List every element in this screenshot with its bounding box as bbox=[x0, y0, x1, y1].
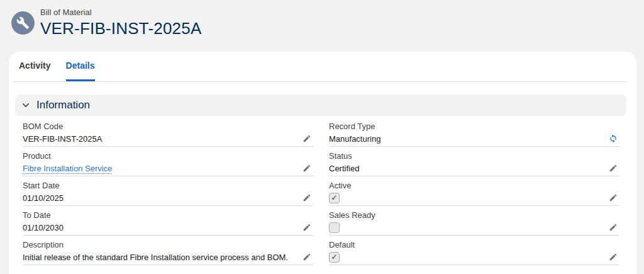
field-label: Status bbox=[329, 151, 619, 161]
fields-right-column: Record Type Manufacturing Status Certifi… bbox=[329, 117, 619, 265]
record-detail-card: Activity Details Information BOM Code VE… bbox=[9, 52, 636, 274]
field-label: Sales Ready bbox=[329, 210, 619, 220]
field-label: Default bbox=[329, 239, 619, 250]
field-value: 01/10/2025 bbox=[23, 193, 64, 203]
change-record-type-button[interactable] bbox=[607, 134, 619, 143]
fields-left-column: BOM Code VER-FIB-INST-2025A Product Fibr… bbox=[23, 117, 313, 265]
sales-ready-checkbox bbox=[329, 222, 340, 233]
pencil-icon bbox=[303, 253, 311, 261]
edit-to-date-button[interactable] bbox=[301, 223, 313, 232]
pencil-icon bbox=[609, 253, 618, 261]
field-grid: BOM Code VER-FIB-INST-2025A Product Fibr… bbox=[23, 117, 619, 265]
field-start-date: Start Date 01/10/2025 bbox=[23, 176, 313, 206]
pencil-icon bbox=[303, 134, 311, 143]
section-title: Information bbox=[36, 99, 90, 111]
page-title: VER-FIB-INST-2025A bbox=[40, 19, 201, 38]
field-bom-code: BOM Code VER-FIB-INST-2025A bbox=[23, 117, 313, 147]
edit-start-date-button[interactable] bbox=[301, 193, 313, 202]
edit-status-button[interactable] bbox=[607, 164, 619, 173]
field-record-type: Record Type Manufacturing bbox=[329, 117, 619, 147]
field-to-date: To Date 01/10/2030 bbox=[23, 206, 313, 236]
pencil-icon bbox=[303, 164, 311, 173]
pencil-icon bbox=[609, 193, 618, 202]
change-record-type-icon bbox=[609, 134, 618, 143]
edit-description-button[interactable] bbox=[301, 253, 313, 261]
wrench-icon bbox=[16, 16, 30, 30]
pencil-icon bbox=[303, 193, 311, 202]
pencil-icon bbox=[609, 164, 618, 173]
edit-bom-code-button[interactable] bbox=[301, 134, 313, 143]
field-label: BOM Code bbox=[23, 121, 313, 132]
field-status: Status Certified bbox=[329, 147, 619, 176]
field-label: Product bbox=[23, 151, 313, 161]
tab-activity[interactable]: Activity bbox=[19, 52, 51, 81]
field-value: Manufacturing bbox=[329, 134, 380, 144]
field-default: Default bbox=[329, 236, 619, 265]
field-product: Product Fibre Installation Service bbox=[23, 147, 313, 176]
pencil-icon bbox=[303, 223, 311, 232]
edit-active-button[interactable] bbox=[607, 193, 619, 202]
active-checkbox bbox=[329, 193, 340, 203]
information-section-header[interactable]: Information bbox=[15, 94, 626, 116]
default-checkbox bbox=[329, 252, 340, 263]
field-label: Description bbox=[23, 239, 313, 250]
edit-sales-ready-button[interactable] bbox=[607, 223, 619, 232]
field-description: Description Initial release of the stand… bbox=[23, 236, 313, 265]
field-label: Record Type bbox=[329, 121, 619, 132]
tab-bar: Activity Details bbox=[13, 52, 627, 82]
object-label: Bill of Material bbox=[40, 5, 201, 18]
field-label: Active bbox=[329, 180, 619, 191]
field-active: Active bbox=[329, 176, 619, 206]
field-sales-ready: Sales Ready bbox=[329, 206, 619, 236]
tab-details[interactable]: Details bbox=[66, 52, 95, 81]
field-label: To Date bbox=[23, 210, 313, 220]
chevron-down-icon bbox=[22, 103, 30, 108]
field-value: Certified bbox=[329, 163, 359, 174]
field-value: Initial release of the standard Fibre In… bbox=[23, 252, 288, 263]
field-value: 01/10/2030 bbox=[23, 222, 64, 233]
field-value: VER-FIB-INST-2025A bbox=[23, 134, 102, 144]
product-link[interactable]: Fibre Installation Service bbox=[23, 164, 112, 173]
field-label: Start Date bbox=[23, 180, 313, 191]
information-section: Information BOM Code VER-FIB-INST-2025A … bbox=[15, 94, 626, 265]
bill-of-material-wrench-icon bbox=[11, 11, 35, 35]
edit-default-button[interactable] bbox=[607, 253, 619, 261]
edit-product-button[interactable] bbox=[301, 164, 313, 173]
header-text: Bill of Material VER-FIB-INST-2025A bbox=[40, 5, 201, 38]
record-header: Bill of Material VER-FIB-INST-2025A bbox=[0, 0, 644, 52]
pencil-icon bbox=[609, 223, 618, 232]
